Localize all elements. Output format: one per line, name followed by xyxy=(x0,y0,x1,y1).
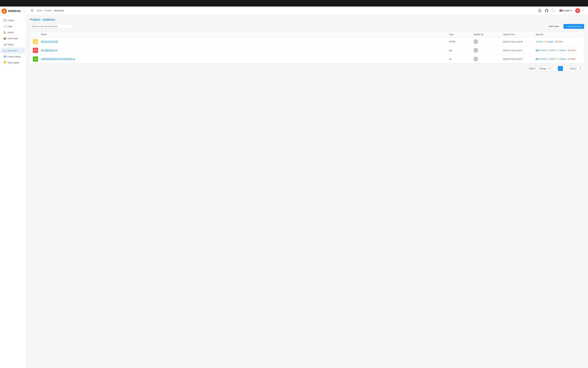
add-document-button[interactable]: + Add Document xyxy=(563,24,584,29)
file-type: 文件夹 xyxy=(449,40,473,43)
delete-button[interactable]: 🗑️Delete xyxy=(567,49,575,51)
table-row: XLS [权限管理系统]用户管理测试用例.xls xls 旺头 2024-07-… xyxy=(30,55,584,63)
user-avatar[interactable]: 旺 xyxy=(575,8,580,13)
report-icon: 📊 xyxy=(3,43,6,46)
operate-cell: ⬇️Download📋Move✏️Update🗑️Delete xyxy=(535,49,581,51)
col-header-name: Name xyxy=(41,33,449,36)
search-input[interactable] xyxy=(30,24,72,29)
file-type: pdf xyxy=(449,49,473,52)
sidebar-header[interactable]: 猫 狸花猫突击队 ▾ xyxy=(0,7,26,16)
document-icon: 📖 xyxy=(3,49,6,52)
table-row: 📁 项目售前文件归档 文件夹 旺头 2024-07-06 16:16:28 📋M… xyxy=(30,37,584,46)
move-icon: 📋 xyxy=(548,58,551,60)
menu-toggle-button[interactable]: ☰ xyxy=(29,8,35,13)
table-header: Name Type Update By Update Time Operate xyxy=(30,32,584,37)
move-button[interactable]: 📋Move xyxy=(535,41,543,43)
col-header-update-time: Update Time xyxy=(503,33,535,36)
chevron-down-icon: ▾ xyxy=(24,10,24,12)
breadcrumb-current: Document xyxy=(54,9,63,12)
team-name: 狸花猫突击队 xyxy=(8,10,24,13)
prev-page-button[interactable]: ‹ xyxy=(552,66,557,71)
delete-button[interactable]: 🗑️Delete xyxy=(567,58,575,60)
download-icon: ⬇️ xyxy=(535,49,538,51)
sidebar-label-defect: Defect xyxy=(8,31,14,34)
header-left: ☰ Home / Project / Document xyxy=(29,8,64,13)
toolbar-buttons: + Add Folder + Add Document xyxy=(545,24,584,29)
table-row: PDF 单元测试报告.pdf pdf 旺头 2024-07-06 16:19:1… xyxy=(30,46,584,55)
project-icon: 📋 xyxy=(3,19,6,22)
total-count: Total 3 xyxy=(529,67,535,70)
update-button[interactable]: ✏️Update xyxy=(557,49,566,51)
home-icon[interactable]: 🏠 xyxy=(537,8,542,13)
team-logo: 猫 xyxy=(2,9,7,14)
fullscreen-icon[interactable]: ⛶ xyxy=(551,8,556,13)
more-options-icon[interactable]: ⋮ xyxy=(582,9,585,12)
sidebar-label-deliverable: Deliverable xyxy=(8,37,18,40)
page-title-prefix: Project: xyxy=(30,18,42,21)
page-title: Project: myDemo xyxy=(30,18,584,21)
document-table: Name Type Update By Update Time Operate … xyxy=(30,31,584,64)
user-avatar-cell: 旺头 xyxy=(473,39,478,44)
top-bar xyxy=(0,0,588,7)
update-time: 2024-07-06 16:19:17 xyxy=(503,49,535,52)
add-folder-button[interactable]: + Add Folder xyxy=(545,24,562,29)
breadcrumb-home[interactable]: Home xyxy=(36,9,42,12)
move-icon: 📋 xyxy=(535,41,538,43)
page-size-select[interactable]: 10/page 20/page 50/page xyxy=(537,66,551,71)
breadcrumb-project[interactable]: Project xyxy=(45,9,51,12)
download-button[interactable]: ⬇️Download xyxy=(535,58,547,60)
operate-cell: 📋Move✏️Update🗑️Delete xyxy=(535,41,581,43)
file-name-link[interactable]: [权限管理系统]用户管理测试用例.xls xyxy=(41,58,75,60)
lang-chevron-icon: ▾ xyxy=(571,9,572,12)
update-by-cell: 旺头 xyxy=(473,57,503,61)
row-icon-cell: XLS xyxy=(33,56,41,62)
pagination: Total 3 10/page 20/page 50/page ‹ 1 › Go… xyxy=(30,66,584,71)
page-title-project: myDemo xyxy=(43,18,55,21)
update-icon: ✏️ xyxy=(544,41,546,43)
file-type: xls xyxy=(449,58,473,60)
download-button[interactable]: ⬇️Download xyxy=(535,49,547,51)
flag-icon: 🇬🇧 xyxy=(559,9,562,12)
github-icon[interactable] xyxy=(544,8,549,13)
project-option-icon: ⚙️ xyxy=(3,55,6,58)
sidebar-item-report[interactable]: 📊Report xyxy=(1,42,25,47)
sidebar-item-deliverable[interactable]: 📦Deliverable xyxy=(1,36,25,41)
file-name-link[interactable]: 单元测试报告.pdf xyxy=(41,49,57,51)
delete-icon: 🗑️ xyxy=(567,58,569,60)
breadcrumb-sep-1: / xyxy=(43,9,44,12)
sidebar-label-report: Report xyxy=(8,43,14,46)
sidebar-label-project: Project xyxy=(8,19,14,22)
deliverable-icon: 📦 xyxy=(3,37,6,40)
file-name-link[interactable]: 项目售前文件归档 xyxy=(41,40,58,43)
svg-text:猫: 猫 xyxy=(3,10,5,13)
sidebar-label-project-option: Project Option xyxy=(8,55,21,58)
update-time: 2024-07-06 16:18:17 xyxy=(503,58,535,60)
move-button[interactable]: 📋Move xyxy=(548,58,555,60)
move-button[interactable]: 📋Move xyxy=(548,49,555,51)
delete-button[interactable]: 🗑️Delete xyxy=(554,41,563,43)
table-body: 📁 项目售前文件归档 文件夹 旺头 2024-07-06 16:16:28 📋M… xyxy=(30,37,584,63)
sidebar-item-document[interactable]: 📖Document xyxy=(1,47,25,54)
folder-icon: 📁 xyxy=(33,39,38,44)
update-button[interactable]: ✏️Update xyxy=(544,41,553,43)
team-option-icon: 🗂️ xyxy=(3,61,6,64)
goto-input[interactable] xyxy=(577,66,584,71)
sidebar-item-team-option[interactable]: 🗂️Team Option xyxy=(1,60,25,65)
next-page-button[interactable]: › xyxy=(564,66,569,71)
breadcrumb: Home / Project / Document xyxy=(36,9,64,12)
goto-label: Go to xyxy=(570,67,576,70)
update-time: 2024-07-06 16:16:28 xyxy=(503,41,535,43)
sidebar-item-case[interactable]: 📑Case xyxy=(1,23,25,29)
header-bar: ☰ Home / Project / Document 🏠 ⛶ 🇬🇧 Engli… xyxy=(26,7,588,15)
download-icon: ⬇️ xyxy=(535,58,538,60)
page-1-button[interactable]: 1 xyxy=(558,66,563,71)
sidebar-item-project[interactable]: 📋Project xyxy=(1,17,25,23)
sidebar-item-defect[interactable]: 🐛Defect xyxy=(1,29,25,35)
language-selector[interactable]: 🇬🇧 English ▾ xyxy=(558,8,573,13)
row-icon-cell: 📁 xyxy=(33,39,41,44)
user-avatar-cell: 旺头 xyxy=(473,57,478,61)
sidebar-item-project-option[interactable]: ⚙️Project Option xyxy=(1,54,25,59)
update-button[interactable]: ✏️Update xyxy=(557,58,566,60)
row-icon-cell: PDF xyxy=(33,48,41,53)
sidebar-label-document: Document xyxy=(8,49,17,52)
